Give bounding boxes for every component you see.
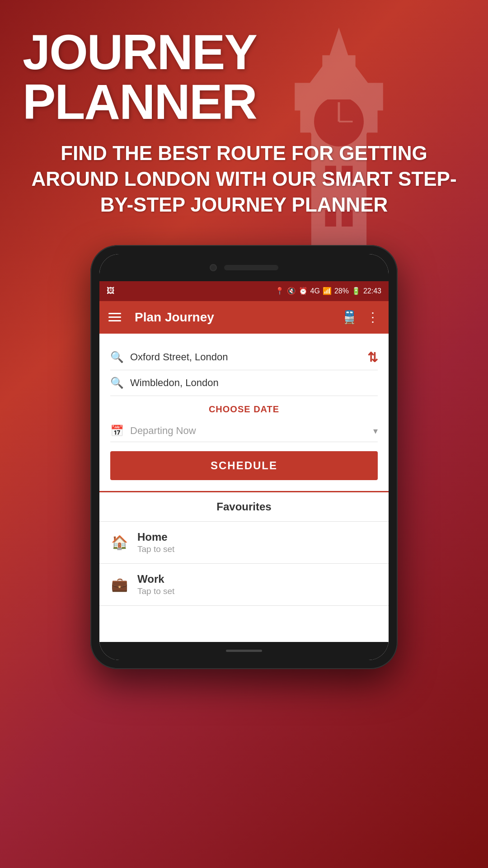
status-right: 📍 🔇 ⏰ 4G 📶 28% 🔋 22:43 <box>275 287 381 295</box>
swap-icon[interactable]: ⇅ <box>367 349 378 364</box>
location-icon: 📍 <box>275 287 284 295</box>
train-icon[interactable]: 🚆 <box>342 310 357 325</box>
phone-device: 🖼 📍 🔇 ⏰ 4G 📶 28% 🔋 22:43 <box>90 245 398 669</box>
work-sublabel: Tap to set <box>137 586 174 596</box>
phone-wrapper: 🖼 📍 🔇 ⏰ 4G 📶 28% 🔋 22:43 <box>0 245 488 669</box>
app-bar: Plan Journey 🚆 ⋮ <box>99 301 389 334</box>
home-icon: 🏠 <box>110 534 128 550</box>
signal-icon: 📶 <box>323 287 332 295</box>
app-bar-actions: 🚆 ⋮ <box>342 310 380 325</box>
app-bar-title: Plan Journey <box>135 310 333 325</box>
favourites-section: Favourites 🏠 Home Tap to set 💼 Work Tap … <box>99 492 389 642</box>
network-label: 4G <box>310 287 320 295</box>
to-input[interactable]: Wimbledon, London <box>130 377 378 389</box>
more-options-icon[interactable]: ⋮ <box>366 310 380 325</box>
home-sublabel: Tap to set <box>137 544 174 554</box>
calendar-icon: 📅 <box>110 425 124 437</box>
home-label: Home <box>137 531 174 543</box>
status-bar: 🖼 📍 🔇 ⏰ 4G 📶 28% 🔋 22:43 <box>99 281 389 301</box>
battery-label: 28% <box>334 287 349 295</box>
schedule-button[interactable]: SCHEDULE <box>110 451 378 480</box>
favourite-home-item[interactable]: 🏠 Home Tap to set <box>99 522 389 564</box>
from-field[interactable]: 🔍 Oxford Street, London ⇅ <box>110 344 378 370</box>
main-title: JOURNEY PLANNER <box>23 27 465 127</box>
favourites-header: Favourites <box>99 492 389 522</box>
camera <box>210 264 217 271</box>
time-label: 22:43 <box>363 287 381 295</box>
to-field[interactable]: 🔍 Wimbledon, London <box>110 370 378 396</box>
mute-icon: 🔇 <box>287 287 296 295</box>
hamburger-line-1 <box>108 313 121 314</box>
dropdown-arrow-icon: ▾ <box>373 425 378 436</box>
from-input[interactable]: Oxford Street, London <box>130 351 378 363</box>
alarm-icon: ⏰ <box>299 287 308 295</box>
phone-hardware-bottom <box>99 642 389 660</box>
home-text: Home Tap to set <box>137 531 174 554</box>
work-text: Work Tap to set <box>137 573 174 596</box>
home-indicator <box>226 650 262 652</box>
favourite-work-item[interactable]: 💼 Work Tap to set <box>99 564 389 606</box>
date-value: Departing Now <box>130 425 367 437</box>
hamburger-line-3 <box>108 320 121 321</box>
work-icon: 💼 <box>110 576 128 592</box>
from-search-icon: 🔍 <box>110 351 124 363</box>
notification-icon: 🖼 <box>107 286 115 296</box>
bottom-blank <box>99 606 389 642</box>
battery-icon: 🔋 <box>352 287 361 295</box>
date-select-row[interactable]: 📅 Departing Now ▾ <box>110 420 378 442</box>
to-search-icon: 🔍 <box>110 377 124 389</box>
choose-date-label: CHOOSE DATE <box>110 404 378 415</box>
phone-screen: 🖼 📍 🔇 ⏰ 4G 📶 28% 🔋 22:43 <box>99 254 389 660</box>
hamburger-line-2 <box>108 316 121 318</box>
hero-section: JOURNEY PLANNER FIND THE BEST ROUTE FOR … <box>0 0 488 231</box>
work-label: Work <box>137 573 174 585</box>
menu-button[interactable] <box>108 313 121 321</box>
phone-hardware-top <box>99 254 389 281</box>
speaker <box>224 265 278 270</box>
subtitle: FIND THE BEST ROUTE FOR GETTING AROUND L… <box>23 140 465 218</box>
journey-form: 🔍 Oxford Street, London ⇅ 🔍 Wimbledon, L… <box>99 334 389 491</box>
status-left: 🖼 <box>107 286 115 296</box>
